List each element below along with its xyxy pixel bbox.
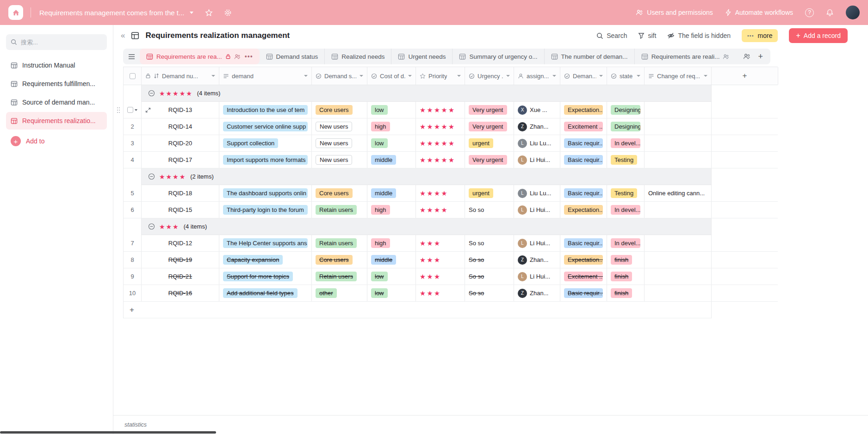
cost-cell[interactable]: low (367, 135, 416, 151)
table-row[interactable]: 9RQID-21Support for more topicsRetain us… (124, 268, 778, 285)
priority-cell[interactable]: ★★★★★ (416, 118, 465, 135)
demand-number-cell[interactable]: RQID-19 (142, 252, 219, 268)
column-header-demand-number[interactable]: Demand nu... (142, 67, 219, 85)
view-tab[interactable]: Summary of urgency o... (452, 49, 544, 64)
users-permissions-button[interactable]: Users and permissions (636, 9, 713, 16)
demand-cell[interactable]: Introduction to the use of tem (219, 102, 312, 118)
demand-source-cell[interactable]: Core users (312, 252, 367, 268)
column-header-assignee[interactable]: assign... (514, 67, 560, 85)
state-cell[interactable]: Designing (607, 118, 645, 135)
change-of-req-cell[interactable] (645, 252, 712, 268)
urgency-cell[interactable]: So so (465, 252, 514, 268)
urgency-cell[interactable]: Very urgent (465, 152, 514, 168)
demand-source-cell[interactable]: New users (312, 152, 367, 168)
demand-cell[interactable]: The dashboard supports onlin (219, 185, 312, 201)
demand-cell[interactable]: Capacity expansion (219, 252, 312, 268)
urgency-cell[interactable]: So so (465, 285, 514, 301)
cost-cell[interactable]: low (367, 102, 416, 118)
change-of-req-cell[interactable] (645, 118, 712, 135)
row-number-cell[interactable]: 6 (124, 202, 142, 218)
demand-classification-cell[interactable]: Basic requir... (560, 152, 607, 168)
demand-number-cell[interactable]: RQID-17 (142, 152, 219, 168)
horizontal-scrollbar[interactable] (0, 431, 216, 434)
state-cell[interactable]: finish (607, 285, 645, 301)
demand-cell[interactable]: Third-party login to the forum (219, 202, 312, 218)
add-field-button[interactable]: + (712, 67, 778, 85)
cost-cell[interactable]: middle (367, 185, 416, 201)
state-cell[interactable]: finish (607, 252, 645, 268)
priority-cell[interactable]: ★★★★★ (416, 135, 465, 151)
state-cell[interactable]: In devel... (607, 235, 645, 251)
table-row[interactable]: 8RQID-19Capacity expansionCore usersmidd… (124, 252, 778, 268)
view-tab[interactable]: Demand status (260, 49, 325, 64)
collapse-group-icon[interactable] (148, 223, 155, 230)
view-tab[interactable]: Realized needs (324, 49, 391, 64)
home-button[interactable] (8, 5, 23, 20)
add-record-button[interactable]: + Add a record (789, 28, 848, 43)
assignee-cell[interactable]: XXue ... (514, 102, 560, 118)
urgency-cell[interactable]: urgent (465, 135, 514, 151)
demand-source-cell[interactable]: other (312, 285, 367, 301)
column-header-demand[interactable]: demand (219, 67, 312, 85)
chevron-down-icon[interactable] (637, 75, 640, 77)
demand-cell[interactable]: Support collection (219, 135, 312, 151)
row-number-cell[interactable]: 9 (124, 268, 142, 285)
add-table-button[interactable]: + Add to (6, 130, 107, 152)
assignee-cell[interactable]: LLi Hui... (514, 202, 560, 218)
demand-source-cell[interactable]: New users (312, 118, 367, 135)
table-row[interactable]: RQID-13Introduction to the use of temCor… (124, 102, 778, 118)
column-header-demand-classification[interactable]: Deman... (560, 67, 607, 85)
add-view-button[interactable]: + (758, 52, 763, 61)
title-dropdown-icon[interactable] (190, 12, 193, 14)
cost-cell[interactable]: middle (367, 152, 416, 168)
change-of-req-cell[interactable] (645, 268, 712, 285)
row-number-cell[interactable]: 2 (124, 118, 142, 135)
demand-cell[interactable]: Customer service online supp (219, 118, 312, 135)
state-cell[interactable]: finish (607, 268, 645, 285)
user-avatar[interactable] (846, 6, 860, 19)
cost-cell[interactable]: high (367, 118, 416, 135)
statistics-bar[interactable]: statistics (113, 415, 868, 434)
demand-classification-cell[interactable]: Excitement ... (560, 118, 607, 135)
row-checkbox[interactable] (127, 107, 133, 113)
demand-classification-cell[interactable]: Expectation... (560, 102, 607, 118)
priority-cell[interactable]: ★★★★ (416, 185, 465, 201)
row-menu-caret-icon[interactable] (135, 109, 137, 111)
change-of-req-cell[interactable] (645, 202, 712, 218)
sidebar-item[interactable]: Requirements fulfillmen... (6, 75, 107, 93)
table-row[interactable]: 10RQID-16Add additional field typesother… (124, 285, 778, 302)
demand-number-cell[interactable]: RQID-21 (142, 268, 219, 285)
demand-source-cell[interactable]: Retain users (312, 235, 367, 251)
select-all-checkbox[interactable] (124, 67, 142, 85)
priority-cell[interactable]: ★★★★★ (416, 102, 465, 118)
chevron-down-icon[interactable] (360, 75, 363, 77)
more-button[interactable]: ••• more (742, 29, 778, 42)
demand-classification-cell[interactable]: Expectation... (560, 202, 607, 218)
table-row[interactable]: 7RQID-12The Help Center supports ansReta… (124, 235, 778, 252)
chevron-down-icon[interactable] (599, 75, 603, 77)
demand-number-cell[interactable]: RQID-16 (142, 285, 219, 301)
change-of-req-cell[interactable] (645, 235, 712, 251)
row-number-cell[interactable]: 4 (124, 152, 142, 168)
column-header-change-of-req[interactable]: Change of req... (645, 67, 712, 85)
sift-button[interactable]: sift (638, 32, 656, 39)
table-row[interactable]: 3RQID-20Support collectionNew userslow★★… (124, 135, 778, 152)
demand-number-cell[interactable]: RQID-15 (142, 202, 219, 218)
column-header-priority[interactable]: Priority (416, 67, 465, 85)
demand-cell[interactable]: The Help Center supports ans (219, 235, 312, 251)
demand-source-cell[interactable]: New users (312, 135, 367, 151)
urgency-cell[interactable]: Very urgent (465, 102, 514, 118)
sidebar-item[interactable]: Source of demand man... (6, 93, 107, 111)
demand-cell[interactable]: Add additional field types (219, 285, 312, 301)
assignee-cell[interactable]: LLiu Lu... (514, 185, 560, 201)
table-row[interactable]: 2RQID-14Customer service online suppNew … (124, 118, 778, 135)
view-more-icon[interactable]: ••• (245, 53, 253, 60)
state-cell[interactable]: Testing (607, 152, 645, 168)
settings-icon[interactable] (224, 9, 232, 17)
priority-cell[interactable]: ★★★ (416, 235, 465, 251)
collapse-sidebar-icon[interactable]: « (119, 31, 127, 40)
chevron-down-icon[interactable] (552, 75, 556, 77)
assignee-cell[interactable]: LLi Hui... (514, 235, 560, 251)
urgency-cell[interactable]: So so (465, 235, 514, 251)
field-hidden-button[interactable]: The field is hidden (667, 32, 731, 39)
